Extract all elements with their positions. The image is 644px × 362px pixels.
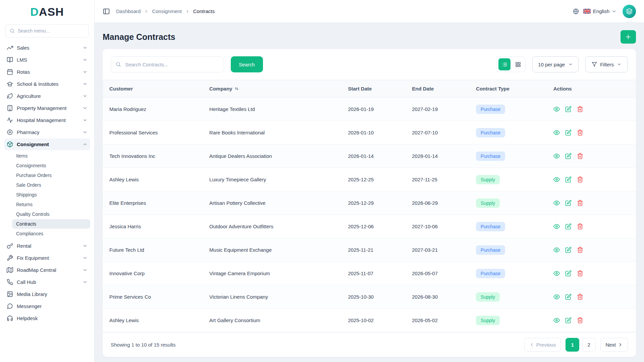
sidebar-item-label: Property Management <box>17 105 66 111</box>
delete-button[interactable] <box>577 247 583 253</box>
delete-button[interactable] <box>577 294 583 300</box>
view-button[interactable] <box>553 247 560 253</box>
edit-button[interactable] <box>565 176 572 183</box>
menu-search-input[interactable] <box>5 24 89 38</box>
view-button[interactable] <box>553 153 560 159</box>
edit-icon <box>565 317 572 323</box>
header-start-date[interactable]: Start Date <box>342 80 407 98</box>
delete-button[interactable] <box>577 176 583 183</box>
next-button[interactable]: Next <box>600 338 628 352</box>
breadcrumb-item-consignment[interactable]: Consignment <box>152 8 181 14</box>
sidebar-subitem-compliances[interactable]: Compliances <box>12 229 90 238</box>
breadcrumb-item-dashboard[interactable]: Dashboard <box>116 8 141 14</box>
view-button[interactable] <box>553 270 560 277</box>
user-avatar[interactable] <box>623 5 636 18</box>
edit-button[interactable] <box>565 294 572 300</box>
edit-button[interactable] <box>565 247 572 253</box>
header-end-date[interactable]: End Date <box>407 80 471 98</box>
sidebar-item-agriculture[interactable]: Agriculture <box>4 90 90 102</box>
sidebar-item-pharmacy[interactable]: Pharmacy <box>4 126 90 138</box>
add-contract-button[interactable] <box>621 30 636 44</box>
messenger-icon <box>7 303 13 309</box>
card-footer: Showing 1 to 10 of 15 results Previous 1… <box>103 332 636 357</box>
previous-button[interactable]: Previous <box>524 338 561 352</box>
sidebar-subitem-items[interactable]: Items <box>12 151 90 161</box>
view-button[interactable] <box>553 106 560 112</box>
app-logo[interactable]: DASH <box>30 5 64 18</box>
filters-button[interactable]: Filters <box>585 56 628 72</box>
delete-button[interactable] <box>577 153 583 159</box>
sidebar-item-sales[interactable]: Sales <box>4 42 90 54</box>
edit-button[interactable] <box>565 129 572 136</box>
header-contract-type[interactable]: Contract Type <box>471 80 548 98</box>
sidebar-subitem-returns[interactable]: Returns <box>12 200 90 209</box>
view-button[interactable] <box>553 294 560 300</box>
cell-company: Victorian Linens Company <box>204 285 342 309</box>
sidebar-subitem-purchase-orders[interactable]: Purchase Orders <box>12 171 90 180</box>
sidebar-item-property-management[interactable]: Property Management <box>4 102 90 114</box>
sidebar-item-roadmap-central[interactable]: RoadMap Central <box>4 264 90 276</box>
cell-actions <box>548 98 636 121</box>
sidebar-item-media-library[interactable]: Media Library <box>4 288 90 300</box>
row-actions <box>553 317 631 323</box>
delete-icon <box>577 247 583 253</box>
per-page-select[interactable]: 10 per page <box>532 56 579 72</box>
sidebar-item-lms[interactable]: LMS <box>4 54 90 66</box>
sidebar-item-rotas[interactable]: Rotas <box>4 66 90 78</box>
view-button[interactable] <box>553 176 560 183</box>
header-customer[interactable]: Customer <box>103 80 204 98</box>
list-view-button[interactable] <box>498 58 511 70</box>
sidebar-subitem-consignments[interactable]: Consignments <box>12 161 90 170</box>
page-button-2[interactable]: 2 <box>582 338 596 352</box>
search-button[interactable]: Search <box>231 56 263 72</box>
sidebar-subitem-contracts[interactable]: Contracts <box>12 219 90 229</box>
cell-start-date: 2026-01-14 <box>342 144 407 168</box>
delete-button[interactable] <box>577 200 583 206</box>
chevron-down-icon <box>83 267 88 273</box>
toolbar-right: 10 per page Filters <box>497 56 628 72</box>
view-button[interactable] <box>553 223 560 230</box>
delete-button[interactable] <box>577 129 583 136</box>
sidebar-item-helpdesk[interactable]: Helpdesk <box>4 312 90 324</box>
delete-icon <box>577 200 583 206</box>
sidebar-item-fix-equipment[interactable]: Fix Equipment <box>4 252 90 264</box>
sidebar-subitem-quality-controls[interactable]: Quality Controls <box>12 209 90 219</box>
delete-button[interactable] <box>577 223 583 230</box>
sidebar-item-call-hub[interactable]: Call Hub <box>4 276 90 288</box>
sidebar-toggle-icon[interactable] <box>103 8 110 15</box>
header-company[interactable]: Company <box>204 80 342 98</box>
view-button[interactable] <box>553 317 560 323</box>
sidebar-subitem-shippings[interactable]: Shippings <box>12 190 90 199</box>
edit-button[interactable] <box>565 106 572 112</box>
view-button[interactable] <box>553 200 560 206</box>
sidebar-item-consignment[interactable]: Consignment <box>4 138 90 150</box>
edit-button[interactable] <box>565 270 572 277</box>
edit-button[interactable] <box>565 200 572 206</box>
globe-icon[interactable] <box>573 8 579 15</box>
sidebar-item-messenger[interactable]: Messenger <box>4 300 90 312</box>
sidebar-item-hospital-management[interactable]: Hospital Management <box>4 114 90 126</box>
delete-icon <box>577 153 583 159</box>
delete-button[interactable] <box>577 106 583 112</box>
sidebar-subitem-sale-orders[interactable]: Sale Orders <box>12 180 90 190</box>
edit-icon <box>565 223 572 230</box>
contracts-search-input[interactable] <box>111 56 224 72</box>
delete-button[interactable] <box>577 317 583 323</box>
sort-icon[interactable] <box>234 86 239 91</box>
breadcrumb-item-contracts: Contracts <box>193 8 215 14</box>
language-selector[interactable]: English <box>583 8 616 14</box>
delete-button[interactable] <box>577 270 583 277</box>
grid-view-button[interactable] <box>512 58 524 70</box>
sidebar-item-rental[interactable]: Rental <box>4 240 90 252</box>
sidebar-item-school-institutes[interactable]: School & Institutes <box>4 78 90 90</box>
edit-button[interactable] <box>565 223 572 230</box>
layers-icon <box>626 8 633 15</box>
sidebar-item-label: School & Institutes <box>17 81 58 87</box>
sidebar-item-label: Agriculture <box>17 93 41 99</box>
view-button[interactable] <box>553 129 560 136</box>
eye-icon <box>553 247 560 253</box>
edit-button[interactable] <box>565 317 572 323</box>
contracts-search <box>111 56 224 72</box>
page-button-1[interactable]: 1 <box>566 338 579 352</box>
edit-button[interactable] <box>565 153 572 159</box>
